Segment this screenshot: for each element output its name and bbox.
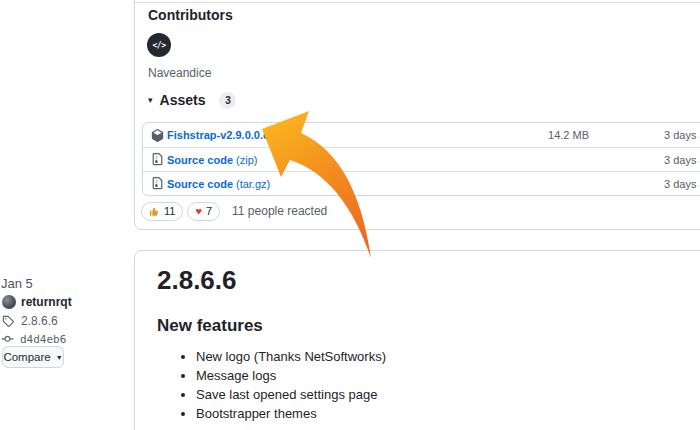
feature-item: Bootstrapper themes bbox=[196, 404, 700, 423]
thumbs-up-icon bbox=[149, 206, 160, 217]
commit-sha: d4d4eb6 bbox=[20, 333, 66, 346]
contributor-name: Naveandice bbox=[148, 66, 211, 80]
assets-count-badge: 3 bbox=[219, 92, 236, 109]
new-features-heading: New features bbox=[157, 316, 263, 336]
asset-download-link[interactable]: Source code(tar.gz) bbox=[167, 178, 270, 190]
asset-row: Source code(tar.gz) 3 days ago bbox=[143, 171, 700, 195]
release-card-current: Contributors </> Naveandice ▾ Assets 3 F… bbox=[134, 0, 700, 230]
feature-item: Save last opened settings page bbox=[196, 385, 700, 404]
compare-label: Compare bbox=[3, 351, 50, 363]
github-release-page: Jan 5 returnrqt 2.8.6.6 d4d4eb6 Compare … bbox=[0, 0, 700, 430]
release-author-link[interactable]: returnrqt bbox=[2, 294, 72, 309]
asset-name-suffix: (zip) bbox=[236, 154, 257, 166]
asset-date: 3 days ago bbox=[664, 178, 700, 190]
release-title: 2.8.6.6 bbox=[157, 265, 237, 296]
assets-list: Fishstrap-v2.9.0.0.exe 14.2 MB 3 days ag… bbox=[142, 122, 700, 196]
file-zip-icon bbox=[151, 153, 164, 166]
thumbs-up-count: 11 bbox=[164, 205, 175, 217]
file-zip-icon bbox=[151, 177, 164, 190]
feature-item: Message logs bbox=[196, 366, 700, 385]
thumbs-up-reaction[interactable]: 11 bbox=[141, 202, 183, 221]
feature-list: New logo (Thanks NetSoftworks) Message l… bbox=[135, 347, 700, 423]
release-tag: 2.8.6.6 bbox=[2, 314, 58, 328]
git-commit-icon bbox=[0, 333, 15, 345]
asset-name: Source code bbox=[167, 178, 233, 190]
heart-count: 7 bbox=[206, 205, 212, 217]
contributor-avatar[interactable]: </> bbox=[147, 33, 171, 57]
asset-date: 3 days ago bbox=[664, 129, 700, 141]
asset-name-suffix: (tar.gz) bbox=[236, 178, 270, 190]
asset-name: Source code bbox=[167, 154, 233, 166]
asset-name: Fishstrap-v2.9.0.0.exe bbox=[167, 129, 281, 141]
asset-date: 3 days ago bbox=[664, 154, 700, 166]
feature-item: New logo (Thanks NetSoftworks) bbox=[196, 347, 700, 366]
caret-down-icon: ▾ bbox=[148, 95, 153, 105]
release-sidebar: Jan 5 returnrqt 2.8.6.6 d4d4eb6 Compare … bbox=[0, 0, 130, 430]
asset-download-link[interactable]: Source code(zip) bbox=[167, 154, 257, 166]
asset-row: Source code(zip) 3 days ago bbox=[143, 147, 700, 171]
reaction-summary: 11 people reacted bbox=[232, 204, 327, 218]
heart-icon: ♥ bbox=[195, 206, 202, 217]
author-avatar bbox=[2, 295, 16, 309]
reactions-bar: 11 ♥ 7 11 people reacted bbox=[141, 201, 327, 221]
asset-size: 14.2 MB bbox=[483, 129, 589, 141]
tag-icon bbox=[2, 315, 14, 327]
heart-reaction[interactable]: ♥ 7 bbox=[187, 202, 220, 221]
chevron-down-icon: ▼ bbox=[56, 353, 63, 361]
release-card-previous: 2.8.6.6 New features New logo (Thanks Ne… bbox=[134, 250, 700, 430]
author-name: returnrqt bbox=[21, 295, 72, 309]
assets-toggle[interactable]: ▾ Assets 3 bbox=[148, 91, 236, 109]
compare-button[interactable]: Compare ▼ bbox=[2, 346, 64, 368]
tag-name: 2.8.6.6 bbox=[21, 314, 58, 328]
package-icon bbox=[151, 129, 164, 142]
section-divider bbox=[135, 2, 700, 3]
code-icon: </> bbox=[153, 41, 166, 50]
contributors-heading: Contributors bbox=[148, 7, 233, 23]
asset-download-link[interactable]: Fishstrap-v2.9.0.0.exe bbox=[167, 129, 284, 141]
asset-row: Fishstrap-v2.9.0.0.exe 14.2 MB 3 days ag… bbox=[143, 123, 700, 147]
release-date: Jan 5 bbox=[1, 276, 33, 291]
assets-title: Assets bbox=[160, 92, 206, 108]
release-commit-link[interactable]: d4d4eb6 bbox=[0, 332, 66, 346]
